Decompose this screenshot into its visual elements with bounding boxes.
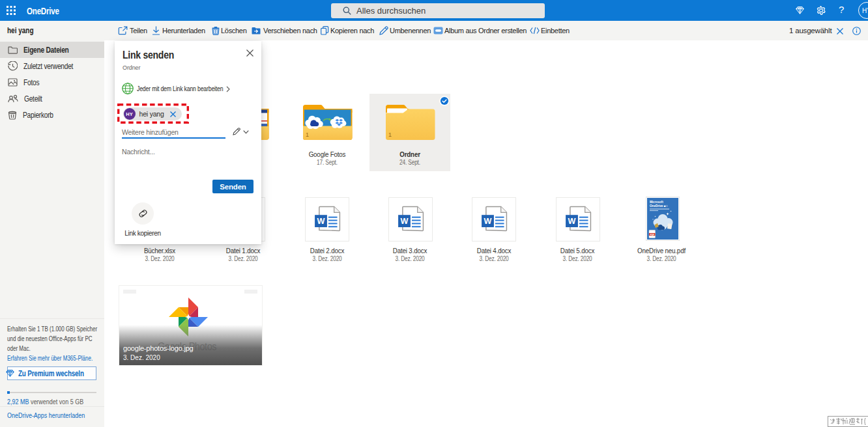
svg-text:1: 1	[388, 131, 392, 138]
svg-text:PDF: PDF	[650, 234, 654, 236]
svg-text:Microsoft: Microsoft	[650, 200, 663, 204]
svg-text:OneDrive ■□: OneDrive ■□	[650, 204, 667, 208]
svg-text:1: 1	[306, 131, 309, 138]
